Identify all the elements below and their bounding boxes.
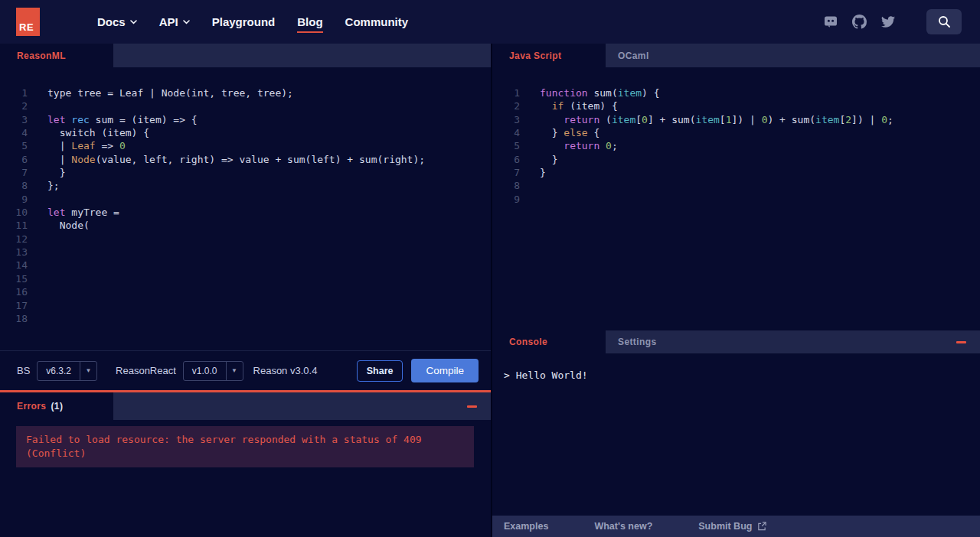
left-tabbar: ReasonML (0, 44, 491, 67)
reason-version-text: Reason v3.0.4 (253, 365, 318, 376)
code-line (47, 259, 425, 272)
code-line (47, 285, 425, 298)
chevron-down-icon: ▼ (80, 367, 96, 374)
code-line: function sum(item) { (540, 86, 893, 99)
errors-panel: Errors (1) Failed to load resource: the … (0, 392, 491, 537)
whats-new-link[interactable]: What's new? (594, 521, 652, 532)
code-line: switch (item) { (47, 126, 425, 139)
error-message: Failed to load resource: the server resp… (16, 426, 474, 467)
line-number: 4 (492, 126, 520, 139)
nav-item-blog[interactable]: Blog (297, 15, 322, 28)
code-line: let myTree = (47, 206, 425, 219)
right-panel: Java Script OCaml 123456789 function sum… (492, 44, 980, 537)
code-line (47, 193, 425, 206)
line-number: 11 (0, 219, 28, 232)
line-number-gutter: 123456789101112131415161718 (0, 86, 28, 350)
reason-editor[interactable]: 123456789101112131415161718 type tree = … (0, 67, 491, 350)
examples-link[interactable]: Examples (504, 521, 548, 532)
errors-tab[interactable]: Errors (1) (0, 392, 113, 420)
code-line: } (540, 166, 893, 179)
nav-item-docs[interactable]: Docs (97, 15, 137, 28)
line-number: 10 (0, 206, 28, 219)
footer: Examples What's new? Submit Bug (492, 516, 980, 537)
bs-label: BS (17, 365, 30, 376)
twitter-icon[interactable] (881, 16, 895, 28)
search-button[interactable] (926, 9, 962, 34)
toolbar: BS v6.3.2 ▼ ReasonReact v1.0.0 ▼ Reason … (0, 350, 491, 390)
code-line: | Leaf => 0 (47, 139, 425, 152)
line-number: 8 (0, 179, 28, 192)
main-area: ReasonML 123456789101112131415161718 typ… (0, 44, 980, 537)
line-number: 3 (0, 113, 28, 126)
code-line: } (540, 153, 893, 166)
right-tabbar: Java Script OCaml (492, 44, 980, 67)
code-line (540, 193, 893, 206)
line-number: 4 (0, 126, 28, 139)
code-line: Node( (47, 219, 425, 232)
code-line (47, 99, 425, 112)
discord-icon[interactable] (824, 16, 838, 28)
code-line (47, 246, 425, 259)
code-line (47, 299, 425, 312)
line-number: 16 (0, 285, 28, 298)
console-panel: > Hello World! (492, 353, 980, 516)
code-line (47, 312, 425, 325)
line-number: 8 (492, 179, 520, 192)
nav-right (824, 9, 962, 34)
line-number: 9 (0, 193, 28, 206)
line-number: 5 (492, 139, 520, 152)
settings-tab[interactable]: Settings (606, 330, 657, 353)
js-code: function sum(item) { if (item) { return … (520, 86, 893, 330)
chevron-down-icon (183, 20, 190, 24)
left-panel: ReasonML 123456789101112131415161718 typ… (0, 44, 491, 537)
code-line (47, 233, 425, 246)
chevron-down-icon: ▼ (227, 367, 243, 374)
line-number: 7 (492, 166, 520, 179)
code-line: | Node(value, left, right) => value + su… (47, 153, 425, 166)
code-line: if (item) { (540, 99, 893, 112)
share-button[interactable]: Share (357, 360, 403, 382)
bs-version-select[interactable]: v6.3.2 ▼ (37, 361, 97, 381)
compile-button[interactable]: Compile (411, 359, 479, 382)
github-icon[interactable] (852, 15, 867, 29)
line-number: 6 (0, 153, 28, 166)
reasonreact-label: ReasonReact (116, 365, 176, 376)
line-number: 17 (0, 299, 28, 312)
top-nav: RE Docs API Playground Blog Community (0, 0, 980, 44)
console-tab[interactable]: Console (492, 330, 606, 353)
collapse-console-button[interactable] (956, 341, 966, 343)
search-icon (938, 15, 951, 28)
javascript-tab[interactable]: Java Script (492, 44, 606, 67)
line-number: 2 (0, 99, 28, 112)
nav-item-community[interactable]: Community (345, 15, 409, 28)
brand-logo[interactable]: RE (16, 8, 40, 36)
errors-count: (1) (51, 401, 63, 412)
errors-tabbar: Errors (1) (0, 392, 491, 420)
code-line: } (47, 166, 425, 179)
code-line: }; (47, 179, 425, 192)
nav-item-api[interactable]: API (159, 15, 190, 28)
line-number: 1 (492, 86, 520, 99)
external-link-icon (757, 522, 766, 531)
nav-item-playground[interactable]: Playground (212, 15, 276, 28)
nav-menu: Docs API Playground Blog Community (97, 15, 408, 28)
line-number: 6 (492, 153, 520, 166)
code-line: type tree = Leaf | Node(int, tree, tree)… (47, 86, 425, 99)
code-line: return (item[0] + sum(item[1]) | 0) + su… (540, 113, 893, 126)
reasonml-tab[interactable]: ReasonML (0, 44, 113, 67)
code-line: let rec sum = (item) => { (47, 113, 425, 126)
reasonreact-version-select[interactable]: v1.0.0 ▼ (183, 361, 243, 381)
ocaml-tab[interactable]: OCaml (606, 44, 649, 67)
line-number: 12 (0, 233, 28, 246)
js-editor[interactable]: 123456789 function sum(item) { if (item)… (492, 67, 980, 330)
line-number-gutter: 123456789 (492, 86, 520, 330)
code-line (47, 272, 425, 285)
collapse-errors-button[interactable] (467, 405, 477, 408)
line-number: 15 (0, 272, 28, 285)
code-line: } else { (540, 126, 893, 139)
code-line (540, 179, 893, 192)
submit-bug-link[interactable]: Submit Bug (698, 521, 766, 532)
line-number: 14 (0, 259, 28, 272)
line-number: 13 (0, 246, 28, 259)
line-number: 7 (0, 166, 28, 179)
